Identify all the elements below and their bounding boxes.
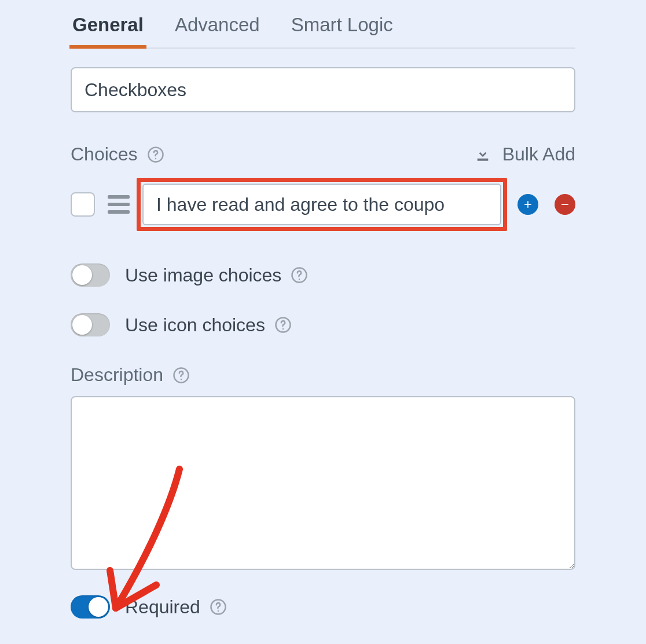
download-icon	[474, 145, 492, 164]
help-icon[interactable]	[274, 316, 292, 334]
required-label: Required	[125, 597, 200, 618]
help-icon[interactable]	[210, 598, 227, 616]
choice-value-input[interactable]	[142, 184, 501, 225]
field-label-row	[71, 67, 575, 112]
description-area	[71, 396, 575, 572]
svg-point-7	[181, 378, 182, 380]
field-label-input[interactable]	[71, 67, 575, 112]
use-image-choices-label: Use image choices	[125, 265, 281, 286]
choices-label-text: Choices	[71, 144, 138, 165]
svg-point-3	[299, 279, 300, 280]
choices-header: Choices Bulk Add	[71, 144, 575, 165]
tab-general[interactable]: General	[71, 8, 145, 47]
use-icon-choices-toggle[interactable]	[71, 313, 110, 336]
use-icon-choices-label: Use icon choices	[125, 314, 265, 336]
required-row: Required	[71, 595, 575, 619]
bulk-add-link[interactable]: Bulk Add	[474, 144, 575, 165]
tab-advanced[interactable]: Advanced	[173, 8, 262, 47]
tabs: General Advanced Smart Logic	[71, 0, 575, 49]
svg-point-5	[282, 328, 284, 330]
use-image-choices-toggle[interactable]	[71, 264, 110, 287]
help-icon[interactable]	[291, 266, 308, 284]
choice-default-checkbox[interactable]	[71, 192, 95, 217]
choice-input-wrap	[142, 184, 501, 225]
required-toggle[interactable]	[71, 595, 110, 619]
tab-smart-logic[interactable]: Smart Logic	[289, 8, 395, 47]
help-icon[interactable]	[172, 367, 190, 384]
bulk-add-label: Bulk Add	[502, 144, 575, 165]
field-settings-panel: General Advanced Smart Logic Choices	[0, 0, 646, 644]
remove-choice-button[interactable]	[555, 194, 575, 215]
description-label-row: Description	[71, 364, 575, 386]
choice-row	[71, 184, 575, 225]
choices-label: Choices	[71, 144, 164, 165]
help-icon[interactable]	[147, 146, 164, 163]
svg-point-9	[218, 610, 219, 612]
description-textarea[interactable]	[71, 396, 575, 570]
use-image-choices-row: Use image choices	[71, 264, 575, 287]
add-choice-button[interactable]	[517, 194, 538, 215]
description-label: Description	[71, 364, 163, 386]
drag-handle-icon[interactable]	[107, 194, 131, 215]
use-icon-choices-row: Use icon choices	[71, 313, 575, 336]
svg-point-1	[155, 158, 156, 159]
